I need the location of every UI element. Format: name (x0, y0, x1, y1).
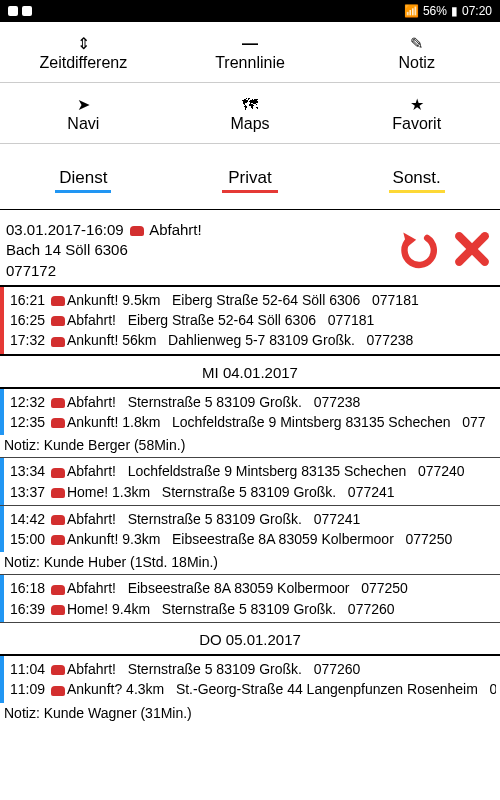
tab-underline-icon (55, 190, 111, 193)
log-row[interactable]: 16:25 Abfahrt! Eiberg Straße 52-64 Söll … (10, 310, 496, 330)
log-row[interactable]: 16:18 Abfahrt! Eibseestraße 8A 83059 Kol… (10, 578, 496, 598)
status-indicator-icon (22, 6, 32, 16)
log-row[interactable]: 13:37 Home! 1.3km Sternstraße 5 83109 Gr… (10, 482, 496, 502)
log-row[interactable]: 12:35 Ankunft! 1.8km Lochfeldstraße 9 Mi… (10, 412, 496, 432)
row-time: 14:42 (10, 511, 45, 527)
row-time: 17:32 (10, 332, 45, 348)
row-id: 077250 (361, 580, 408, 596)
notiz-line: Notiz: Kunde Huber (1Std. 18Min.) (0, 552, 500, 574)
row-distance: 1.8km (122, 414, 160, 430)
row-address: Sternstraße 5 83109 Großk. (162, 601, 336, 617)
row-status: Ankunft! (67, 332, 118, 348)
row-status: Abfahrt! (67, 312, 116, 328)
log-row[interactable]: 11:09 Ankunft? 4.3km St.-Georg-Straße 44… (10, 679, 496, 699)
log-row[interactable]: 16:21 Ankunft! 9.5km Eiberg Straße 52-64… (10, 290, 496, 310)
row-id: 077 (462, 414, 485, 430)
row-address: Lochfeldstraße 9 Mintsberg 83135 Scheche… (172, 414, 451, 430)
toolbar-label: Maps (230, 115, 269, 132)
toolbar-label: Notiz (398, 54, 434, 71)
toolbar-label: Trennlinie (215, 54, 285, 71)
current-datetime: 03.01.2017-16:09 (6, 221, 124, 238)
log-row[interactable]: 15:00 Ankunft! 9.3km Eibseestraße 8A 830… (10, 529, 496, 549)
car-icon (51, 337, 65, 347)
tab-sonst[interactable]: Sonst. (333, 162, 500, 199)
row-distance: 9.5km (122, 292, 160, 308)
row-address: Sternstraße 5 83109 Großk. (128, 661, 302, 677)
car-icon (51, 515, 65, 525)
current-address: Bach 14 Söll 6306 (6, 240, 396, 260)
row-status: Ankunft! (67, 531, 118, 547)
row-address: Eiberg Straße 52-64 Söll 6306 (128, 312, 316, 328)
log-row[interactable]: 17:32 Ankunft! 56km Dahlienweg 5-7 83109… (10, 330, 496, 350)
row-address: Sternstraße 5 83109 Großk. (162, 484, 336, 500)
car-icon (51, 585, 65, 595)
star-icon: ★ (337, 97, 496, 113)
notiz-line: Notiz: Kunde Wagner (31Min.) (0, 703, 500, 725)
row-time: 16:25 (10, 312, 45, 328)
log-row[interactable]: 14:42 Abfahrt! Sternstraße 5 83109 Großk… (10, 509, 496, 529)
updown-icon: ⇕ (4, 36, 163, 52)
log-group: 16:18 Abfahrt! Eibseestraße 8A 83059 Kol… (0, 575, 500, 622)
row-id: 077241 (314, 511, 361, 527)
log-row[interactable]: 11:04 Abfahrt! Sternstraße 5 83109 Großk… (10, 659, 496, 679)
delete-button[interactable] (450, 227, 494, 274)
car-icon (130, 226, 144, 236)
wifi-icon: 📶 (404, 4, 419, 18)
navi-button[interactable]: ➤ Navi (0, 83, 167, 143)
map-icon: 🗺 (171, 97, 330, 113)
trennlinie-button[interactable]: — Trennlinie (167, 22, 334, 82)
row-status: Home! (67, 601, 108, 617)
row-address: Sternstraße 5 83109 Großk. (128, 394, 302, 410)
row-id: 077240 (418, 463, 465, 479)
row-id: 07 (490, 681, 496, 697)
notiz-button[interactable]: ✎ Notiz (333, 22, 500, 82)
car-icon (51, 665, 65, 675)
favorit-button[interactable]: ★ Favorit (333, 83, 500, 143)
row-status: Abfahrt! (67, 580, 116, 596)
row-distance: 1.3km (112, 484, 150, 500)
row-time: 16:39 (10, 601, 45, 617)
row-address: Eibseestraße 8A 83059 Kolbermoor (128, 580, 350, 596)
car-icon (51, 686, 65, 696)
row-time: 13:34 (10, 463, 45, 479)
car-icon (51, 488, 65, 498)
tab-dienst[interactable]: Dienst (0, 162, 167, 199)
row-id: 077250 (405, 531, 452, 547)
row-address: St.-Georg-Straße 44 Langenpfunzen Rosenh… (176, 681, 478, 697)
row-status: Home! (67, 484, 108, 500)
current-status: Abfahrt! (149, 221, 202, 238)
row-status: Abfahrt! (67, 511, 116, 527)
tab-label: Privat (228, 168, 271, 187)
row-status: Ankunft? (67, 681, 122, 697)
row-address: Lochfeldstraße 9 Mintsberg 83135 Scheche… (128, 463, 407, 479)
row-time: 15:00 (10, 531, 45, 547)
toolbar-label: Favorit (392, 115, 441, 132)
battery-text: 56% (423, 4, 447, 18)
clock-text: 07:20 (462, 4, 492, 18)
status-indicator-icon (8, 6, 18, 16)
row-id: 077238 (367, 332, 414, 348)
row-distance: 56km (122, 332, 156, 348)
log-row[interactable]: 12:32 Abfahrt! Sternstraße 5 83109 Großk… (10, 392, 496, 412)
log-row[interactable]: 16:39 Home! 9.4km Sternstraße 5 83109 Gr… (10, 599, 496, 619)
log-content: 03.01.2017-16:09 Abfahrt! Bach 14 Söll 6… (0, 210, 500, 725)
undo-button[interactable] (396, 227, 440, 274)
day-header: MI 04.01.2017 (0, 356, 500, 387)
row-status: Abfahrt! (67, 394, 116, 410)
row-address: Eiberg Straße 52-64 Söll 6306 (172, 292, 360, 308)
row-time: 12:35 (10, 414, 45, 430)
row-time: 11:04 (10, 661, 45, 677)
car-icon (51, 418, 65, 428)
pencil-icon: ✎ (337, 36, 496, 52)
log-group: 13:34 Abfahrt! Lochfeldstraße 9 Mintsber… (0, 458, 500, 505)
zeitdifferenz-button[interactable]: ⇕ Zeitdifferenz (0, 22, 167, 82)
toolbar-primary: ⇕ Zeitdifferenz — Trennlinie ✎ Notiz (0, 22, 500, 83)
day-header: DO 05.01.2017 (0, 623, 500, 654)
current-entry: 03.01.2017-16:09 Abfahrt! Bach 14 Söll 6… (0, 210, 500, 285)
tab-underline-icon (222, 190, 278, 193)
car-icon (51, 468, 65, 478)
tab-privat[interactable]: Privat (167, 162, 334, 199)
row-id: 077181 (372, 292, 419, 308)
maps-button[interactable]: 🗺 Maps (167, 83, 334, 143)
log-row[interactable]: 13:34 Abfahrt! Lochfeldstraße 9 Mintsber… (10, 461, 496, 481)
